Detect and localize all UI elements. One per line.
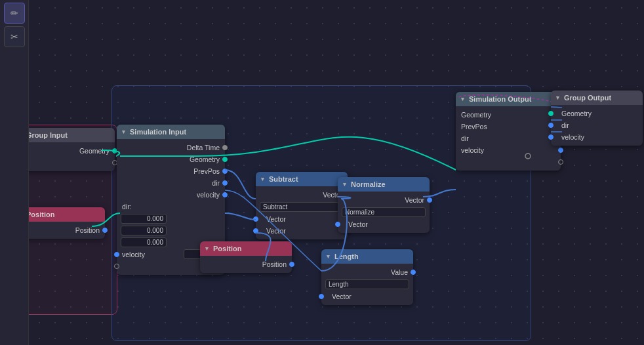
collapse-icon-len[interactable]: ▾: [327, 253, 330, 260]
sim-input-title: Simulation Input: [130, 128, 186, 136]
length-vector-in-label: Vector: [332, 293, 352, 300]
sim-input-header: ▾ Simulation Input: [117, 125, 225, 139]
sim-input-prevpos-row: PrevPos: [117, 165, 225, 177]
prevpos-out-socket[interactable]: [222, 169, 228, 174]
group-input-geometry-label: Geometry: [79, 147, 110, 155]
length-vector-in-row: Vector: [321, 291, 413, 302]
length-body: Value Length Vector: [321, 264, 413, 305]
sim-field-3[interactable]: [121, 237, 167, 247]
sim-out-empty-row: [456, 156, 561, 168]
subtract-vector-in2-label: Vector: [266, 227, 286, 235]
collapse-icon-grpout[interactable]: ▾: [556, 94, 559, 101]
grp-out-dir-label: dir: [561, 121, 569, 129]
sim-out-velocity-socket[interactable]: [558, 148, 563, 153]
normalize-body: Vector Normalize Vector: [338, 192, 430, 233]
sim-out-prevpos-row: PrevPos: [456, 121, 561, 132]
position-right-socket[interactable]: [289, 262, 294, 267]
group-output-header: ▾ Group Output: [551, 91, 643, 105]
sim-field-2[interactable]: [121, 226, 167, 235]
velocity-out-label: velocity: [197, 191, 220, 199]
collapse-icon-posr[interactable]: ▾: [205, 245, 209, 252]
collapse-icon-norm[interactable]: ▾: [343, 181, 346, 188]
dir-label-left: dir:: [122, 203, 132, 211]
subtract-vector-in2-row: Vector: [256, 225, 348, 237]
subtract-title: Subtract: [269, 175, 298, 183]
position-right-body: Position: [200, 256, 292, 273]
grp-out-geometry-row: Geometry: [551, 108, 643, 119]
normalize-vector-out-socket[interactable]: [427, 197, 432, 203]
sim-out-empty-socket[interactable]: [558, 159, 563, 165]
sim-out-velocity-row: velocity: [456, 144, 561, 156]
collapse-icon-sim[interactable]: ▾: [122, 129, 125, 135]
sim-field-1[interactable]: [121, 214, 167, 224]
collapse-icon-sub[interactable]: ▾: [261, 176, 264, 182]
grp-out-velocity-label: velocity: [561, 133, 584, 141]
position-right-label: Position: [262, 260, 287, 268]
subtract-header: ▾ Subtract: [256, 172, 348, 186]
cut-tool-button[interactable]: ✂: [4, 26, 25, 47]
sim-input-deltatime-row: Delta Time: [117, 142, 225, 153]
group-output-body: Geometry dir velocity: [551, 105, 643, 146]
subtract-vector-out-row: Vector: [256, 189, 348, 201]
length-dropdown-row: Length: [321, 278, 413, 291]
normalize-vector-in-row: Vector: [338, 218, 430, 230]
normalize-dropdown[interactable]: Normalize: [342, 207, 426, 217]
sim-output-title: Simulation Output: [469, 95, 531, 103]
normalize-header: ▾ Normalize: [338, 177, 430, 192]
group-output-title: Group Output: [564, 94, 611, 102]
prevpos-out-label: PrevPos: [193, 167, 220, 175]
subtract-vector-in1-label: Vector: [266, 215, 286, 223]
subtract-vector-in1-row: Vector: [256, 213, 348, 225]
velocity-in-socket[interactable]: [114, 252, 119, 257]
normalize-vector-out-row: Vector: [338, 194, 430, 206]
grp-out-dir-row: dir: [551, 119, 643, 131]
sim-field-row-1: [117, 213, 225, 224]
normalize-vector-in-label: Vector: [348, 220, 368, 228]
cut-icon: ✂: [10, 31, 18, 42]
deltatime-socket[interactable]: [222, 145, 228, 150]
sim-input-geometry-row: Geometry: [117, 153, 225, 165]
velocity-label-2: velocity: [122, 251, 145, 258]
draw-icon: ✏: [10, 8, 18, 18]
toolbar: ✏ ✂: [0, 0, 29, 345]
group-input-title: Group Input: [26, 131, 68, 139]
length-node: ▾ Length Value Length Vector: [321, 249, 413, 305]
subtract-vector-in2-socket[interactable]: [253, 228, 258, 233]
sim-out-dir-row: dir: [456, 132, 561, 144]
length-dropdown[interactable]: Length: [325, 279, 409, 289]
normalize-vector-out-label: Vector: [405, 196, 424, 204]
sim-out-geometry-row: Geometry: [456, 109, 561, 121]
length-value-out-socket[interactable]: [411, 270, 416, 275]
grp-out-geometry-in-socket[interactable]: [548, 111, 553, 116]
deltatime-label: Delta Time: [187, 144, 220, 152]
collapse-icon-simout[interactable]: ▾: [461, 96, 464, 102]
group-output-node: ▾ Group Output Geometry dir velocity: [551, 91, 643, 146]
position-right-node: ▾ Position Position: [200, 241, 292, 273]
subtract-dropdown-row: Subtract Add: [256, 201, 348, 213]
velocity-out-socket[interactable]: [222, 192, 228, 197]
grp-out-dir-in-socket[interactable]: [548, 123, 553, 128]
length-header: ▾ Length: [321, 249, 413, 264]
draw-tool-button[interactable]: ✏: [4, 3, 25, 24]
subtract-vector-in1-socket[interactable]: [253, 216, 258, 222]
normalize-vector-in-socket[interactable]: [335, 222, 340, 227]
dir-out-label: dir: [212, 179, 220, 187]
position-output-socket[interactable]: [102, 228, 108, 233]
grp-out-velocity-in-socket[interactable]: [548, 134, 553, 140]
normalize-node: ▾ Normalize Vector Normalize Vector: [338, 177, 430, 233]
subtract-node: ▾ Subtract Vector Subtract Add Vector Ve…: [256, 172, 348, 239]
normalize-title: Normalize: [351, 180, 386, 188]
length-vector-in-socket[interactable]: [319, 294, 324, 299]
grp-out-velocity-row: velocity: [551, 131, 643, 143]
dir-out-socket[interactable]: [222, 180, 228, 186]
sim-input-dir-row: dir: [117, 177, 225, 189]
sim-output-body: Geometry PrevPos dir velocity: [456, 106, 561, 171]
position-left-label: Position: [75, 226, 100, 234]
subtract-dropdown[interactable]: Subtract Add: [260, 202, 344, 212]
sim-output-header: ▾ Simulation Output: [456, 92, 561, 106]
sim-field-row-2: [117, 224, 225, 236]
bottom-socket[interactable]: [114, 264, 119, 269]
sim-geometry-out-socket[interactable]: [222, 157, 228, 162]
position-left-title: Position: [26, 211, 54, 218]
sim-out-prevpos-label: PrevPos: [461, 123, 487, 131]
